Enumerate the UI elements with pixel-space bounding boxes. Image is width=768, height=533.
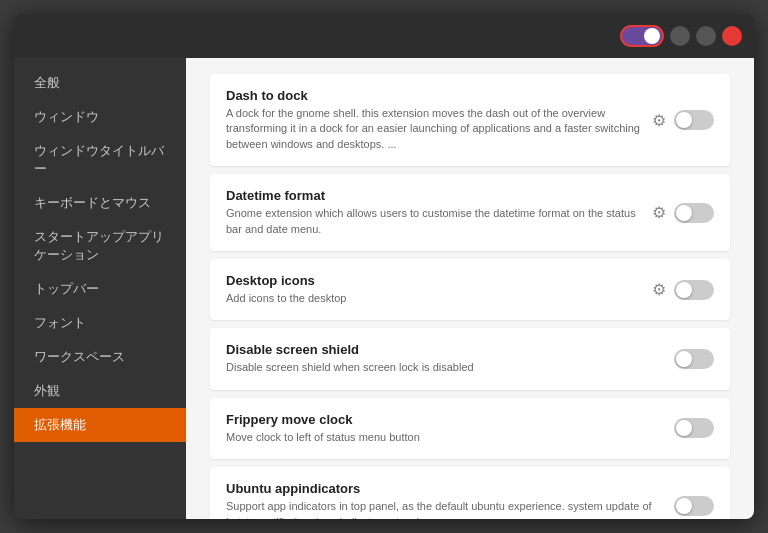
toggle-datetime-format[interactable] (674, 203, 714, 223)
search-button[interactable] (26, 32, 34, 40)
extension-item-dash-to-dock: Dash to dockA dock for the gnome shell. … (210, 74, 730, 166)
gear-icon-desktop-icons[interactable]: ⚙ (652, 280, 666, 299)
titlebar-right (620, 25, 742, 47)
extension-name-datetime-format: Datetime format (226, 188, 652, 203)
extension-text-frippery-move-clock: Frippery move clockMove clock to left of… (226, 412, 674, 445)
extension-controls-frippery-move-clock (674, 418, 714, 438)
close-button[interactable] (722, 26, 742, 46)
extension-name-ubuntu-appindicators: Ubuntu appindicators (226, 481, 674, 496)
content-area: Dash to dockA dock for the gnome shell. … (186, 58, 754, 519)
toggle-frippery-move-clock[interactable] (674, 418, 714, 438)
toggle-knob-datetime-format (676, 205, 692, 221)
sidebar-item-all[interactable]: 全般 (14, 66, 186, 100)
sidebar-item-startup[interactable]: スタートアップアプリケーション (14, 220, 186, 272)
extension-desc-ubuntu-appindicators: Support app indicators in top panel, as … (226, 499, 674, 519)
extension-item-datetime-format: Datetime formatGnome extension which all… (210, 174, 730, 251)
extension-text-datetime-format: Datetime formatGnome extension which all… (226, 188, 652, 237)
toggle-knob-disable-screen-shield (676, 351, 692, 367)
extension-controls-ubuntu-appindicators (674, 496, 714, 516)
toggle-knob-frippery-move-clock (676, 420, 692, 436)
toggle-knob-dash-to-dock (676, 112, 692, 128)
toggle-disable-screen-shield[interactable] (674, 349, 714, 369)
extension-controls-dash-to-dock: ⚙ (652, 110, 714, 130)
toggle-knob (644, 28, 660, 44)
sidebar-item-topbar[interactable]: トップバー (14, 272, 186, 306)
extension-desc-desktop-icons: Add icons to the desktop (226, 291, 652, 306)
extension-controls-disable-screen-shield (674, 349, 714, 369)
titlebar-left (26, 32, 62, 40)
menu-button[interactable] (54, 32, 62, 40)
extension-desc-datetime-format: Gnome extension which allows users to cu… (226, 206, 652, 237)
extension-item-desktop-icons: Desktop iconsAdd icons to the desktop⚙ (210, 259, 730, 320)
extension-text-dash-to-dock: Dash to dockA dock for the gnome shell. … (226, 88, 652, 152)
sidebar-item-extensions[interactable]: 拡張機能 (14, 408, 186, 442)
extension-controls-datetime-format: ⚙ (652, 203, 714, 223)
gear-icon-dash-to-dock[interactable]: ⚙ (652, 111, 666, 130)
sidebar-item-keyboard[interactable]: キーボードとマウス (14, 186, 186, 220)
gear-icon-datetime-format[interactable]: ⚙ (652, 203, 666, 222)
sidebar-item-workspaces[interactable]: ワークスペース (14, 340, 186, 374)
extension-text-disable-screen-shield: Disable screen shieldDisable screen shie… (226, 342, 674, 375)
extension-item-ubuntu-appindicators: Ubuntu appindicatorsSupport app indicato… (210, 467, 730, 519)
extension-name-frippery-move-clock: Frippery move clock (226, 412, 674, 427)
minimize-button[interactable] (670, 26, 690, 46)
toggle-ubuntu-appindicators[interactable] (674, 496, 714, 516)
sidebar-item-window[interactable]: ウィンドウ (14, 100, 186, 134)
extension-text-desktop-icons: Desktop iconsAdd icons to the desktop (226, 273, 652, 306)
main-content: 全般ウィンドウウィンドウタイトルバーキーボードとマウススタートアップアプリケーシ… (14, 58, 754, 519)
extension-text-ubuntu-appindicators: Ubuntu appindicatorsSupport app indicato… (226, 481, 674, 519)
extension-master-toggle[interactable] (620, 25, 664, 47)
extension-desc-disable-screen-shield: Disable screen shield when screen lock i… (226, 360, 674, 375)
extension-desc-frippery-move-clock: Move clock to left of status menu button (226, 430, 674, 445)
toggle-dash-to-dock[interactable] (674, 110, 714, 130)
extension-controls-desktop-icons: ⚙ (652, 280, 714, 300)
titlebar (14, 14, 754, 58)
extension-item-disable-screen-shield: Disable screen shieldDisable screen shie… (210, 328, 730, 389)
sidebar-item-appearance[interactable]: 外観 (14, 374, 186, 408)
main-window: 全般ウィンドウウィンドウタイトルバーキーボードとマウススタートアップアプリケーシ… (14, 14, 754, 519)
toggle-desktop-icons[interactable] (674, 280, 714, 300)
toggle-knob-ubuntu-appindicators (676, 498, 692, 514)
sidebar-item-window-title[interactable]: ウィンドウタイトルバー (14, 134, 186, 186)
extension-desc-dash-to-dock: A dock for the gnome shell. this extensi… (226, 106, 652, 152)
sidebar-item-fonts[interactable]: フォント (14, 306, 186, 340)
sidebar: 全般ウィンドウウィンドウタイトルバーキーボードとマウススタートアップアプリケーシ… (14, 58, 186, 519)
extension-name-desktop-icons: Desktop icons (226, 273, 652, 288)
toggle-knob-desktop-icons (676, 282, 692, 298)
extension-name-dash-to-dock: Dash to dock (226, 88, 652, 103)
extension-name-disable-screen-shield: Disable screen shield (226, 342, 674, 357)
extension-item-frippery-move-clock: Frippery move clockMove clock to left of… (210, 398, 730, 459)
maximize-button[interactable] (696, 26, 716, 46)
